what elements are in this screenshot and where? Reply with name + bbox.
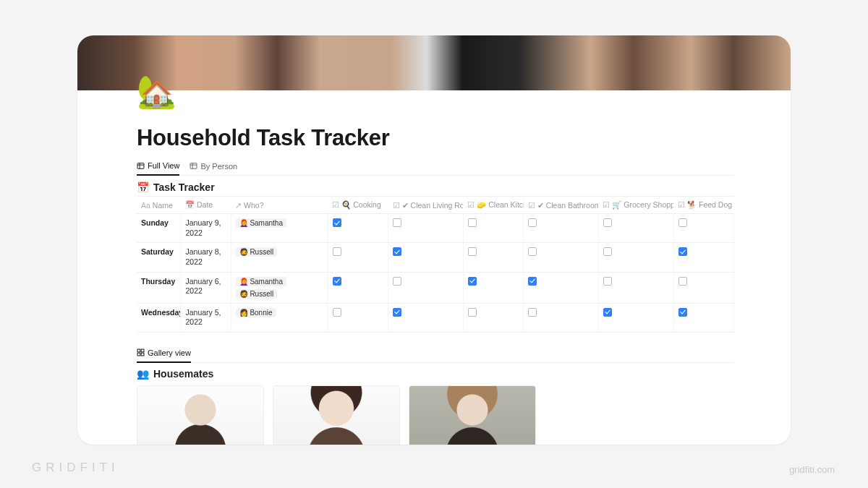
cell-grocery[interactable]: [598, 272, 673, 303]
person-tag[interactable]: 👩‍🦰 Samantha: [236, 277, 286, 286]
cell-kitchen[interactable]: [463, 303, 523, 332]
cell-kitchen[interactable]: [463, 272, 523, 303]
row-name[interactable]: Saturday: [137, 243, 181, 272]
database-title[interactable]: 📅 Task Tracker: [137, 181, 734, 193]
checkbox-kitchen[interactable]: [468, 218, 477, 227]
row-name[interactable]: Sunday: [137, 214, 181, 243]
row-who[interactable]: 👩‍🦰 Samantha🧔 Russell: [231, 272, 328, 303]
cell-grocery[interactable]: [598, 303, 673, 332]
housemate-card[interactable]: [137, 385, 264, 445]
cell-cooking[interactable]: [328, 272, 388, 303]
person-tag[interactable]: 🧔 Russell: [236, 289, 278, 299]
tab-gallery-view[interactable]: Gallery view: [137, 346, 191, 363]
database-title-text: Task Tracker: [153, 181, 215, 193]
col-who[interactable]: ↗Who?: [231, 197, 328, 214]
checkbox-grocery[interactable]: [603, 247, 612, 256]
row-who[interactable]: 🧔 Russell: [231, 243, 328, 272]
cell-bath[interactable]: [524, 303, 599, 332]
cell-bath[interactable]: [524, 214, 599, 243]
row-date[interactable]: January 5,2022: [181, 303, 231, 332]
cell-grocery[interactable]: [598, 214, 673, 243]
cell-living[interactable]: [388, 214, 464, 243]
person-tag[interactable]: 👩 Bonnie: [236, 308, 276, 317]
tab-full-view[interactable]: Full View: [137, 158, 179, 176]
gallery-tab-label: Gallery view: [148, 348, 191, 357]
table-row[interactable]: SaturdayJanuary 8,2022🧔 Russell: [137, 243, 734, 272]
table-header-row: AaName 📅Date ↗Who? ☑🍳 Cooking ☑✔ Clean L…: [137, 197, 734, 214]
checkbox-cooking[interactable]: [333, 218, 341, 227]
row-name[interactable]: Thursday: [137, 272, 181, 303]
checkbox-bath[interactable]: [528, 247, 537, 256]
cell-dog[interactable]: [673, 214, 733, 243]
table-row[interactable]: SundayJanuary 9,2022👩‍🦰 Samantha: [137, 214, 734, 243]
cell-dog[interactable]: [673, 243, 733, 272]
row-who[interactable]: 👩‍🦰 Samantha: [231, 214, 328, 243]
col-name[interactable]: AaName: [137, 197, 181, 214]
checkbox-living[interactable]: [393, 247, 401, 256]
col-grocery[interactable]: ☑🛒 Grocery Shopping: [598, 197, 673, 214]
checkbox-bath[interactable]: [528, 277, 537, 286]
row-who[interactable]: 👩 Bonnie: [231, 303, 328, 332]
cell-living[interactable]: [388, 303, 464, 332]
cover-image: [77, 35, 791, 90]
checkbox-dog[interactable]: [678, 218, 687, 227]
table-row[interactable]: WednesdayJanuary 5,2022👩 Bonnie: [137, 303, 734, 332]
checkbox-grocery[interactable]: [603, 308, 612, 317]
col-bath[interactable]: ☑✔ Clean Bathroom: [524, 197, 599, 214]
housemate-card[interactable]: [273, 385, 400, 445]
table-row[interactable]: ThursdayJanuary 6,2022👩‍🦰 Samantha🧔 Russ…: [137, 272, 734, 303]
svg-rect-3: [190, 163, 197, 169]
checkbox-bath[interactable]: [528, 308, 537, 317]
row-date[interactable]: January 6,2022: [181, 272, 231, 303]
cell-dog[interactable]: [673, 272, 733, 303]
checkbox-grocery[interactable]: [603, 277, 612, 286]
checkbox-kitchen[interactable]: [468, 308, 477, 317]
cell-cooking[interactable]: [328, 243, 388, 272]
svg-rect-6: [137, 349, 140, 352]
housemate-card[interactable]: [409, 385, 536, 445]
checkbox-cooking[interactable]: [333, 277, 341, 286]
col-dog[interactable]: ☑🐕 Feed Dog: [673, 197, 733, 214]
tab-label: Full View: [148, 161, 179, 170]
page-title: Household Task Tracker: [137, 125, 734, 151]
checkbox-dog[interactable]: [678, 247, 687, 256]
person-tag[interactable]: 👩‍🦰 Samantha: [236, 218, 286, 228]
cell-bath[interactable]: [524, 272, 599, 303]
cell-grocery[interactable]: [598, 243, 673, 272]
checkbox-kitchen[interactable]: [468, 247, 477, 256]
cell-kitchen[interactable]: [463, 214, 523, 243]
checkbox-dog[interactable]: [678, 308, 687, 317]
cell-cooking[interactable]: [328, 214, 388, 243]
checkbox-bath[interactable]: [528, 218, 537, 227]
checkbox-cooking[interactable]: [333, 308, 341, 317]
row-date[interactable]: January 8,2022: [181, 243, 231, 272]
tab-by-person[interactable]: By Person: [190, 158, 237, 175]
col-date[interactable]: 📅Date: [181, 197, 231, 214]
checkbox-living[interactable]: [393, 308, 401, 317]
row-name[interactable]: Wednesday: [137, 303, 181, 332]
page-icon[interactable]: 🏡: [137, 76, 176, 108]
gallery-icon: [137, 348, 145, 356]
checkbox-living[interactable]: [393, 218, 401, 227]
gallery-view-tabs: Gallery view: [137, 346, 734, 363]
cell-living[interactable]: [388, 243, 464, 272]
checkbox-cooking[interactable]: [333, 247, 341, 256]
col-kitchen[interactable]: ☑🧽 Clean Kitchen: [463, 197, 523, 214]
housemates-title-text: Housemates: [153, 368, 213, 380]
cell-cooking[interactable]: [328, 303, 388, 332]
page-content: Household Task Tracker Full View By Pers…: [77, 90, 791, 445]
row-date[interactable]: January 9,2022: [181, 214, 231, 243]
checkbox-kitchen[interactable]: [468, 277, 477, 286]
col-cooking[interactable]: ☑🍳 Cooking: [328, 197, 388, 214]
col-living[interactable]: ☑✔ Clean Living Room: [388, 197, 464, 214]
person-tag[interactable]: 🧔 Russell: [236, 247, 278, 257]
housemates-title[interactable]: 👥 Housemates: [137, 368, 734, 380]
cell-kitchen[interactable]: [463, 243, 523, 272]
checkbox-dog[interactable]: [678, 277, 687, 286]
checkbox-living[interactable]: [393, 277, 401, 286]
cell-living[interactable]: [388, 272, 464, 303]
cell-bath[interactable]: [524, 243, 599, 272]
cell-dog[interactable]: [673, 303, 733, 332]
svg-rect-9: [141, 354, 144, 356]
checkbox-grocery[interactable]: [603, 218, 612, 227]
